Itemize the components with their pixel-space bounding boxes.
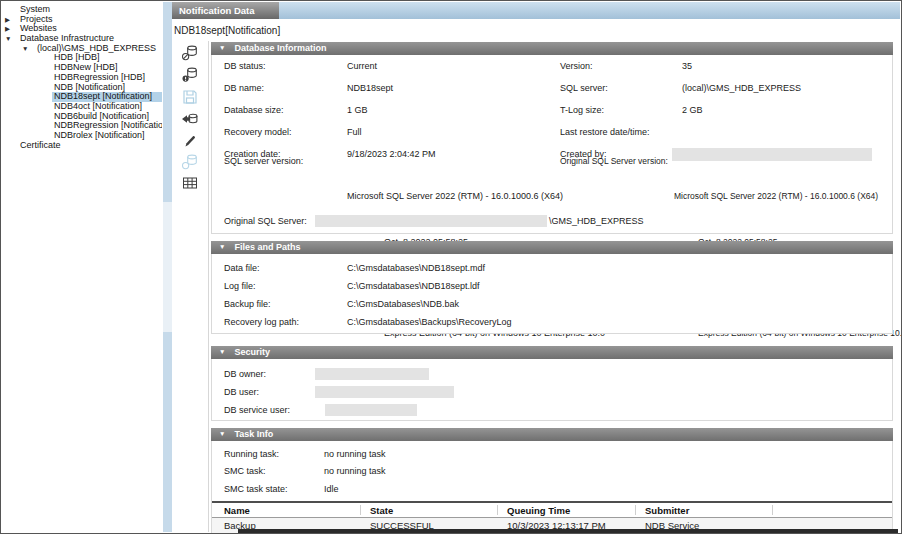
tree-item-ndbrolex[interactable]: NDBrolex [Notification] — [2, 131, 162, 141]
tree-item-label: (local)\GMS_HDB_EXPRESS — [37, 44, 156, 54]
connect-database-button[interactable] — [181, 153, 199, 171]
field-label: Data file: — [224, 263, 260, 273]
column-separator — [360, 505, 361, 515]
tree-item-label: System — [20, 5, 50, 15]
scrollbar-thumb[interactable] — [163, 202, 172, 332]
selected-object-name: NDB18sept[Notification] — [172, 19, 900, 41]
chevron-right-icon[interactable] — [5, 24, 10, 34]
chevron-down-icon[interactable] — [22, 44, 28, 54]
section-body-files-and-paths: Data file:C:\Gmsdatabases\NDB18sept.mdf … — [211, 254, 893, 334]
redacted-db-service-user — [325, 404, 417, 416]
field-value: C:\GmsDatabases\NDB.bak — [347, 299, 459, 309]
tree-item-label: NDB4oct [Notification] — [54, 102, 142, 112]
tab-notification-data[interactable]: Notification Data — [172, 2, 279, 19]
field-value: Idle — [324, 484, 339, 494]
section-header-task-info[interactable]: Task Info — [211, 428, 893, 441]
field-label: T-Log size: — [560, 105, 604, 115]
restore-database-button[interactable] — [181, 110, 199, 128]
collapse-triangle-icon — [219, 240, 225, 253]
save-button[interactable] — [181, 88, 199, 106]
section-body-database-information: DB status:Current DB name:NDB18sept Data… — [211, 55, 893, 234]
section-title: Task Info — [234, 429, 273, 439]
tree-item-system[interactable]: System — [2, 5, 162, 15]
tree-item-label: NDB18sept [Notification] — [54, 92, 152, 102]
field-value: C:\Gmsdatabases\Backups\RecoveryLog — [347, 317, 512, 327]
tree-item-label: Database Infrastructure — [20, 34, 114, 44]
connect-database-icon — [181, 153, 199, 171]
field-value: C:\Gmsdatabases\NDB18sept.mdf — [347, 263, 485, 273]
field-label: Recovery log path: — [224, 317, 299, 327]
field-label: Backup file: — [224, 299, 271, 309]
table-view-button[interactable] — [181, 174, 199, 192]
tree-item-label: Websites — [20, 24, 57, 34]
original-sql-server-suffix: \GMS_HDB_EXPRESS — [549, 216, 644, 228]
attach-database-button[interactable] — [181, 66, 199, 84]
section-header-database-information[interactable]: Database Information — [211, 42, 893, 55]
save-icon — [181, 88, 199, 106]
detach-database-button[interactable] — [181, 44, 199, 62]
tree-item-hdbnew[interactable]: HDBNew [HDB] — [2, 63, 162, 73]
toolbar-separator — [208, 41, 209, 532]
tree-item-hdbregression[interactable]: HDBRegression [HDB] — [2, 73, 162, 83]
detail-content: Database Information DB status:Current D… — [211, 41, 893, 532]
tree-item-websites[interactable]: Websites — [2, 24, 162, 34]
edit-button[interactable] — [181, 132, 199, 150]
collapse-triangle-icon — [219, 427, 225, 440]
tree-vertical-scrollbar[interactable] — [163, 2, 172, 532]
field-label: Running task: — [224, 449, 279, 459]
tree-item-ndb6build[interactable]: NDB6build [Notification] — [2, 112, 162, 122]
tree-item-ndb18sept-selected[interactable]: NDB18sept [Notification] — [2, 92, 162, 102]
task-table-header: Name State Queuing Time Submitter — [212, 503, 892, 518]
tree-item-database-infrastructure[interactable]: Database Infrastructure — [2, 34, 162, 44]
column-header-state[interactable]: State — [370, 503, 393, 518]
tree-item-hdb[interactable]: HDB [HDB] — [2, 53, 162, 63]
collapse-triangle-icon — [219, 41, 225, 54]
section-body-task-info: Running task:no running task SMC task:no… — [211, 441, 893, 534]
field-label: Database size: — [224, 105, 284, 115]
field-label: SQL server version: — [224, 156, 303, 166]
section-database-information: Database Information DB status:Current D… — [211, 42, 893, 234]
tree-item-label: NDB [Notification] — [54, 83, 125, 93]
tree-item-projects[interactable]: Projects — [2, 15, 162, 25]
edit-pencil-icon — [181, 132, 199, 150]
column-header-queuing-time[interactable]: Queuing Time — [507, 503, 570, 518]
section-title: Database Information — [234, 43, 326, 53]
field-label: Log file: — [224, 281, 256, 291]
navigation-tree: System Projects Websites Database Infras… — [2, 2, 162, 532]
field-value: (local)\GMS_HDB_EXPRESS — [682, 83, 801, 93]
section-title: Security — [234, 347, 270, 357]
chevron-right-icon[interactable] — [5, 15, 10, 25]
section-header-files-and-paths[interactable]: Files and Paths — [211, 241, 893, 254]
field-label: Version: — [560, 61, 593, 71]
field-label: SQL server: — [560, 83, 608, 93]
field-value: Current — [347, 61, 377, 71]
tree-item-label: Projects — [20, 15, 53, 25]
tree-item-local-server[interactable]: (local)\GMS_HDB_EXPRESS — [2, 44, 162, 54]
section-task-info: Task Info Running task:no running task S… — [211, 428, 893, 534]
restore-database-icon — [181, 110, 199, 128]
column-header-name[interactable]: Name — [224, 503, 250, 518]
field-value: 1 GB — [347, 105, 368, 115]
field-value: no running task — [324, 449, 386, 459]
tree-item-label: HDBRegression [HDB] — [54, 73, 145, 83]
field-label: Recovery model: — [224, 127, 292, 137]
app-window: { "sidebar": { "items": [ {"label": "Sys… — [0, 0, 902, 534]
collapse-triangle-icon — [219, 345, 225, 358]
column-header-submitter[interactable]: Submitter — [645, 503, 689, 518]
horizontal-scrollbar-thumb[interactable] — [238, 529, 898, 534]
section-title: Files and Paths — [234, 242, 300, 252]
tree-item-ndb[interactable]: NDB [Notification] — [2, 83, 162, 93]
field-value: no running task — [324, 466, 386, 476]
tree-item-ndbregression[interactable]: NDBRegression [Notification] — [2, 121, 162, 131]
tree-item-label: NDBRegression [Notification] — [54, 121, 162, 131]
section-body-security: DB owner: DB user: DB service user: — [211, 359, 893, 421]
field-value: C:\Gmsdatabases\NDB18sept.ldf — [347, 281, 480, 291]
tree-item-ndb4oct[interactable]: NDB4oct [Notification] — [2, 102, 162, 112]
tree-item-certificate[interactable]: Certificate — [2, 141, 162, 151]
section-header-security[interactable]: Security — [211, 346, 893, 359]
redacted-db-user — [315, 386, 454, 398]
tree-item-label: NDBrolex [Notification] — [54, 131, 145, 141]
field-label: DB name: — [224, 83, 264, 93]
tree-item-label: HDB [HDB] — [54, 53, 100, 63]
chevron-down-icon[interactable] — [5, 34, 11, 44]
